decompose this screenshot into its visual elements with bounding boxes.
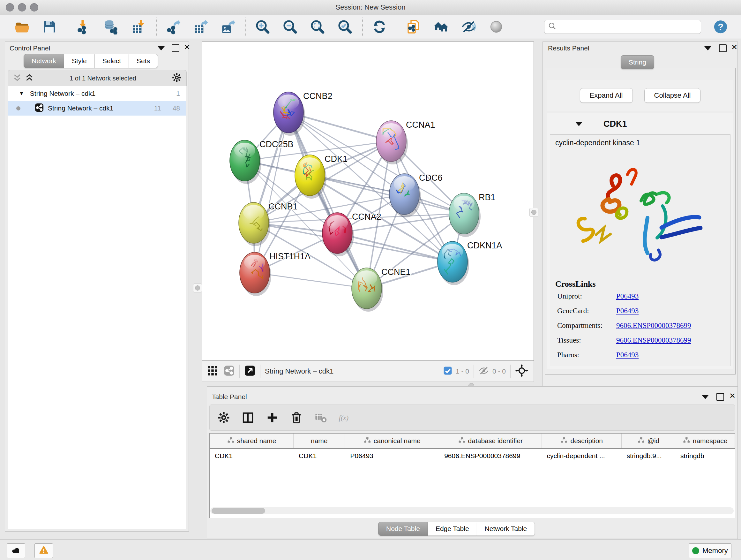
crosslink-link[interactable]: P06493 [616, 292, 638, 300]
birds-eye-view-icon[interactable] [244, 365, 256, 378]
crosslink-link[interactable]: P06493 [616, 307, 638, 315]
import-network-database-button[interactable] [104, 19, 119, 35]
export-image-button[interactable] [220, 19, 236, 35]
expand-all-button[interactable]: Expand All [580, 88, 633, 103]
column-header-canonical-name[interactable]: canonical name [345, 434, 439, 448]
node-RB1[interactable] [449, 193, 481, 237]
edge-CCNB2-HIST1H1A[interactable] [255, 112, 288, 273]
results-panel-collapse-icon[interactable] [704, 46, 711, 51]
gene-collapse-icon[interactable] [576, 122, 583, 126]
edge-CCNB2-CCNE1[interactable] [288, 112, 367, 288]
network-canvas[interactable]: CCNB2CCNA1CDC25BCDK1CDC6RB1CCNB1CCNA2CDK… [202, 42, 534, 361]
table-panel-collapse-icon[interactable] [702, 395, 709, 399]
render-mode-button[interactable] [488, 19, 504, 35]
clone-network-button[interactable] [406, 19, 421, 35]
table-cell[interactable]: stringdb [675, 449, 735, 463]
results-panel-close-icon[interactable]: ✕ [731, 44, 738, 51]
right-splitter-handle[interactable] [529, 208, 538, 217]
first-neighbors-button[interactable] [434, 19, 449, 35]
node-CCNE1[interactable] [352, 268, 383, 312]
open-file-button[interactable] [14, 19, 30, 35]
node-CCNA2[interactable] [322, 212, 354, 256]
crosslink-label: GeneCard: [550, 307, 616, 315]
tab-network-table[interactable]: Network Table [477, 522, 535, 536]
save-session-button[interactable] [42, 19, 57, 35]
node-CDK1[interactable] [295, 155, 327, 199]
table-cell[interactable]: CDK1 [293, 449, 345, 463]
table-cell[interactable]: CDK1 [210, 449, 293, 463]
tab-network[interactable]: Network [23, 54, 64, 68]
table-scrollbar-thumb[interactable] [212, 508, 265, 514]
expand-all-networks-icon[interactable] [24, 73, 34, 84]
column-header-description[interactable]: description [542, 434, 622, 448]
table-cell[interactable]: cyclin-dependent ... [542, 449, 622, 463]
tab-string[interactable]: String [621, 55, 654, 69]
selected-checkbox-icon[interactable] [443, 366, 453, 377]
collapse-all-networks-icon[interactable] [12, 73, 22, 84]
node-HIST1H1A[interactable] [240, 252, 271, 296]
import-network-file-button[interactable] [76, 19, 91, 35]
tab-select[interactable]: Select [95, 54, 129, 68]
create-column-plus-icon[interactable] [265, 411, 279, 425]
table-cell[interactable]: stringdb:9... [622, 449, 675, 463]
network-graph[interactable]: CCNB2CCNA1CDC25BCDK1CDC6RB1CCNB1CCNA2CDK… [202, 42, 534, 361]
export-table-button[interactable] [193, 19, 208, 35]
crosslink-link[interactable]: P06493 [616, 351, 638, 359]
zoom-out-button[interactable] [282, 19, 298, 35]
toolbar-separator [246, 17, 246, 36]
node-CCNB2[interactable] [273, 92, 305, 136]
search-input[interactable] [544, 20, 701, 34]
cloud-button[interactable] [7, 543, 25, 558]
show-graphics-details-button[interactable] [461, 19, 476, 35]
network-view-share-icon[interactable] [223, 365, 235, 378]
zoom-selected-button[interactable] [337, 19, 353, 35]
refresh-button[interactable] [372, 19, 387, 35]
column-header-database-identifier[interactable]: database identifier [439, 434, 542, 448]
network-tree-child-row[interactable]: String Network – cdk1 11 48 [8, 101, 186, 116]
left-splitter-handle[interactable] [193, 284, 202, 293]
export-network-button[interactable] [165, 19, 181, 35]
column-header-namespace[interactable]: namespace [675, 434, 735, 448]
crosslink-link[interactable]: 9606.ENSP00000378699 [616, 336, 691, 344]
gene-section-header[interactable]: CDK1 [547, 113, 733, 134]
control-panel-collapse-icon[interactable] [158, 46, 165, 51]
string-results-container: Expand All Collapse All CDK1 cyclin-depe… [545, 68, 736, 374]
show-columns-icon[interactable] [241, 411, 255, 425]
table-options-gear-icon[interactable] [217, 411, 231, 425]
node-label-RB1: RB1 [479, 192, 495, 202]
warnings-button[interactable] [35, 543, 53, 558]
results-panel-float-icon[interactable] [719, 44, 727, 52]
pan-crosshair-icon[interactable] [515, 364, 529, 379]
grid-view-icon[interactable] [207, 365, 218, 378]
crosslink-link[interactable]: 9606.ENSP00000378699 [616, 321, 691, 329]
zoom-in-button[interactable] [255, 19, 270, 35]
table-panel-close-icon[interactable]: ✕ [729, 392, 736, 399]
tab-edge-table[interactable]: Edge Table [428, 522, 477, 536]
tab-sets[interactable]: Sets [129, 54, 158, 68]
memory-button[interactable]: Memory [689, 543, 731, 558]
control-panel-close-icon[interactable]: ✕ [184, 44, 190, 51]
node-CDKN1A[interactable] [437, 241, 469, 285]
network-options-gear-icon[interactable] [172, 72, 182, 84]
table-row[interactable]: CDK1CDK1P064939606.ENSP00000378699cyclin… [210, 449, 735, 463]
collapse-all-button[interactable]: Collapse All [644, 88, 701, 103]
table-cell[interactable]: P06493 [345, 449, 439, 463]
column-header-name[interactable]: name [293, 434, 345, 448]
crosslink-label: Uniprot: [550, 292, 616, 300]
column-header--id[interactable]: @id [622, 434, 675, 448]
node-CCNB1[interactable] [239, 202, 270, 246]
import-table-button[interactable] [131, 19, 146, 35]
edge-HIST1H1A-CCNE1[interactable] [255, 273, 367, 288]
help-button[interactable]: ? [713, 19, 728, 34]
control-panel-float-icon[interactable] [172, 44, 179, 52]
table-panel-float-icon[interactable] [717, 393, 724, 401]
column-header-shared-name[interactable]: shared name [210, 434, 293, 448]
table-cell[interactable]: 9606.ENSP00000378699 [439, 449, 542, 463]
zoom-fit-button[interactable] [310, 19, 325, 35]
tree-expand-icon[interactable]: ▼ [19, 90, 24, 97]
node-CDC6[interactable] [389, 174, 421, 217]
tab-node-table[interactable]: Node Table [378, 522, 428, 536]
delete-column-trash-icon[interactable] [289, 411, 304, 425]
tab-style[interactable]: Style [64, 54, 95, 68]
network-tree-root-row[interactable]: ▼ String Network – cdk1 1 [8, 86, 186, 101]
